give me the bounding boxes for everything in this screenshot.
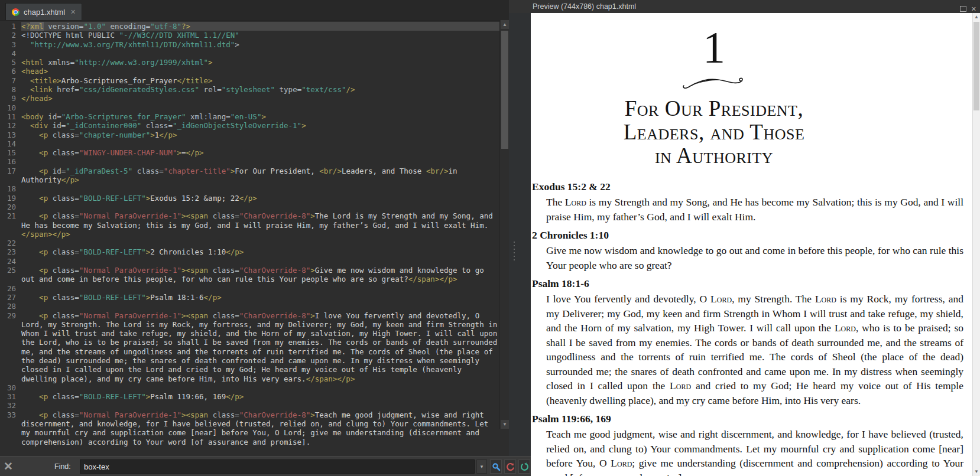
find-button[interactable]	[490, 459, 502, 474]
line-number: 25	[0, 266, 21, 284]
code-line[interactable]: 2<!DOCTYPE html PUBLIC "-//W3C//DTD XHTM…	[0, 31, 499, 40]
code-line[interactable]: 12 <div id="_idContainer000" class="_idG…	[0, 121, 499, 130]
line-number: 32	[0, 401, 21, 410]
code-line[interactable]: 28	[0, 302, 499, 311]
find-next-button[interactable]	[518, 459, 530, 474]
line-number: 24	[0, 257, 21, 266]
code-line[interactable]: 17 <p id="_idParaDest-5" class="chapter-…	[0, 167, 499, 185]
tab-label: chap1.xhtml	[24, 8, 65, 17]
scripture-reference: Exodus 15:2 & 22	[532, 181, 963, 193]
line-number: 1	[0, 22, 21, 31]
tab-chap1[interactable]: chap1.xhtml ✕	[5, 3, 82, 20]
line-number: 11	[0, 112, 21, 121]
code-line[interactable]: 15 <p class="WINGY-UNDER-CHAP-NUM">=</p>	[0, 148, 499, 157]
chapter-title: For Our President,Leaders, and Thosein A…	[532, 97, 896, 168]
splitter-handle-icon[interactable]	[514, 239, 517, 263]
code-line-text: "http://www.w3.org/TR/xhtml11/DTD/xhtml1…	[21, 40, 499, 49]
code-line-text: <head>	[21, 67, 499, 76]
circular-arrow-green-icon	[520, 462, 529, 471]
code-line[interactable]: 9</head>	[0, 94, 499, 103]
scroll-down-icon[interactable]: ▼	[973, 468, 980, 476]
scripture-text: I love You fervently and devotedly, O Lo…	[546, 292, 963, 407]
line-number: 22	[0, 239, 21, 247]
code-line[interactable]: 10	[0, 103, 499, 112]
preview-sections: Exodus 15:2 & 22The Lord is my Strength …	[532, 181, 963, 476]
editor-scrollbar-thumb[interactable]	[501, 31, 508, 149]
code-line[interactable]: 31 <p class="BOLD-REF-LEFT">Psalm 119:66…	[0, 392, 499, 401]
line-number: 7	[0, 76, 21, 85]
code-line[interactable]: 23 <p class="BOLD-REF-LEFT">2 Chronicles…	[0, 247, 499, 256]
tab-close-icon[interactable]: ✕	[70, 8, 76, 16]
code-line[interactable]: 13 <p class="chapter-number">1</p>	[0, 131, 499, 139]
code-line-text: <p class="BOLD-REF-LEFT">Psalm 18:1-6</p…	[21, 293, 499, 302]
code-line[interactable]: 16	[0, 157, 499, 166]
scroll-down-icon[interactable]: ▼	[501, 420, 509, 429]
code-line[interactable]: 1<?xml version="1.0" encoding="utf-8"?>	[0, 22, 499, 31]
scripture-reference: Psalm 18:1-6	[532, 278, 963, 290]
line-number: 14	[0, 139, 21, 148]
code-line[interactable]: 24	[0, 257, 499, 266]
line-number: 9	[0, 94, 21, 103]
code-line-text: <p class="Normal ParaOverride-1"><span c…	[21, 410, 499, 446]
code-line[interactable]: 22	[0, 239, 499, 247]
scroll-up-icon[interactable]: ▲	[973, 13, 980, 21]
code-line[interactable]: 33 <p class="Normal ParaOverride-1"><spa…	[0, 410, 499, 446]
code-line[interactable]: 30	[0, 383, 499, 392]
code-line-text: <p class="chapter-number">1</p>	[21, 131, 499, 139]
preview-content: 1 For Our President,Leaders, and Thosein…	[531, 13, 972, 476]
close-icon[interactable]: ✕	[4, 459, 13, 473]
line-number: 6	[0, 67, 21, 76]
line-number: 33	[0, 410, 21, 446]
find-label: Find:	[54, 462, 71, 471]
code-line-text: <!DOCTYPE html PUBLIC "-//W3C//DTD XHTML…	[21, 31, 499, 40]
code-line[interactable]: 29 <p class="Normal ParaOverride-1"><spa…	[0, 311, 499, 383]
code-line[interactable]: 3 "http://www.w3.org/TR/xhtml11/DTD/xhtm…	[0, 40, 499, 49]
code-line[interactable]: 21 <p class="Normal ParaOverride-1"><spa…	[0, 211, 499, 239]
code-line-text: <p class="Normal ParaOverride-1"><span c…	[21, 266, 499, 284]
code-line-text: <title>Arbo-Scriptures_for_Prayer</title…	[21, 76, 499, 85]
code-line[interactable]: 11<body id="Arbo-Scriptures_for_Prayer" …	[0, 112, 499, 121]
code-line[interactable]: 8 <link href="css/idGeneratedStyles.css"…	[0, 85, 499, 94]
code-line[interactable]: 19 <p class="BOLD-REF-LEFT">Exodus 15:2 …	[0, 194, 499, 203]
html-file-icon	[12, 8, 20, 16]
find-bar: ✕ Find: ▾	[0, 456, 531, 476]
code-line[interactable]: 20	[0, 203, 499, 211]
code-line-text	[21, 49, 499, 58]
code-line[interactable]: 32	[0, 401, 499, 410]
line-number: 15	[0, 148, 21, 157]
scroll-up-icon[interactable]: ▲	[501, 20, 509, 29]
preview-scrollbar[interactable]: ▲ ▼	[972, 13, 980, 476]
code-line-text: </head>	[21, 94, 499, 103]
code-line-text: <p class="BOLD-REF-LEFT">Exodus 15:2 &am…	[21, 194, 499, 203]
preview-titlebar: Preview (744x786) chap1.xhtml ✕	[509, 0, 980, 13]
line-number: 4	[0, 49, 21, 58]
magnifier-icon	[492, 462, 501, 471]
code-line-text: <p class="Normal ParaOverride-1"><span c…	[21, 311, 499, 383]
line-number: 20	[0, 203, 21, 211]
find-previous-button[interactable]	[504, 459, 516, 474]
line-number: 10	[0, 103, 21, 112]
chevron-down-icon[interactable]: ▾	[476, 459, 487, 474]
preview-scrollbar-thumb[interactable]	[973, 22, 979, 110]
code-line[interactable]: 5<html xmlns="http://www.w3.org/1999/xht…	[0, 58, 499, 67]
code-line[interactable]: 4	[0, 49, 499, 58]
line-number: 19	[0, 194, 21, 203]
editor-scrollbar[interactable]: ▲ ▼	[499, 20, 509, 429]
code-line[interactable]: 25 <p class="Normal ParaOverride-1"><spa…	[0, 266, 499, 284]
restore-window-icon[interactable]	[960, 6, 966, 12]
line-number: 31	[0, 392, 21, 401]
code-line[interactable]: 26	[0, 284, 499, 293]
code-line[interactable]: 14	[0, 139, 499, 148]
code-line[interactable]: 7 <title>Arbo-Scriptures_for_Prayer</tit…	[0, 76, 499, 85]
code-line[interactable]: 27 <p class="BOLD-REF-LEFT">Psalm 18:1-6…	[0, 293, 499, 302]
line-number: 5	[0, 58, 21, 67]
pane-splitter[interactable]	[509, 13, 531, 456]
code-line-text	[21, 302, 499, 311]
find-input[interactable]	[80, 459, 475, 474]
scripture-text: Give me now wisdom and knowledge to go o…	[546, 243, 963, 272]
code-line[interactable]: 18	[0, 184, 499, 193]
code-line[interactable]: 6<head>	[0, 67, 499, 76]
code-editor[interactable]: 1<?xml version="1.0" encoding="utf-8"?>2…	[0, 20, 499, 456]
swash-divider-icon	[681, 76, 747, 91]
code-line-text: <div id="_idContainer000" class="_idGenO…	[21, 121, 499, 130]
